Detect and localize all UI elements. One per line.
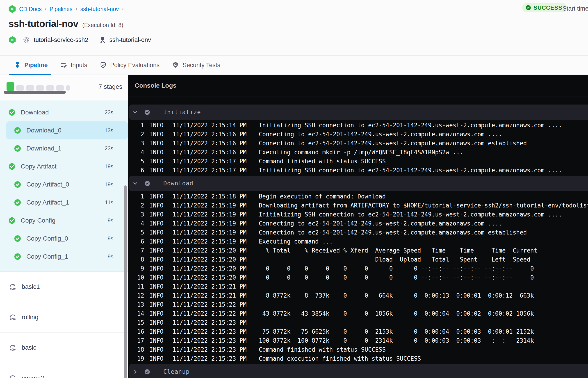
success-check-icon (525, 5, 531, 11)
log-text: Command finished with status SUCCESS (259, 158, 386, 165)
policy-shield-icon (99, 61, 107, 69)
sidebar-vertical-scrollbar[interactable] (124, 185, 127, 378)
stage-duration: 23s (105, 145, 113, 152)
log-text: .... (484, 220, 502, 227)
stage-row-download-0[interactable]: Download_013s (6, 122, 128, 139)
stage-row-copy-config-1[interactable]: Copy Config_19s (6, 248, 128, 266)
log-level: INFO (149, 131, 163, 138)
log-text: 8 8772k 8 737k 0 0 664k 0 0:00:13 0:00:0… (259, 292, 534, 299)
pipeline-item-canary2[interactable]: canary2 (0, 363, 128, 378)
stage-label: Download (21, 109, 49, 116)
log-level: INFO (149, 211, 163, 218)
chevron-down-icon[interactable] (132, 180, 138, 187)
stage-row-copy-artifact-0[interactable]: Copy Artifact_019s (6, 176, 128, 193)
stage-duration: 9s (108, 217, 113, 224)
minimap-horizontal-scrollbar[interactable] (4, 91, 66, 94)
stage-row-copy-config-0[interactable]: Copy Config_09s (6, 230, 128, 248)
tab-label: Inputs (71, 62, 87, 69)
log-timestamp: 11/11/2022 2:15:22 PM (173, 310, 247, 317)
log-host-link[interactable]: ec2-54-201-142-249.us-west-2.compute.ama… (368, 122, 545, 129)
stage-progress-segment[interactable] (26, 85, 34, 91)
log-line-number: 19 (128, 355, 144, 362)
pipeline-execution-screen: ∞ CD Docs › Pipelines › ssh-tutorial-nov… (0, 0, 588, 378)
log-line: 7INFO11/11/2022 2:15:20 PM % Total % Rec… (128, 246, 588, 255)
log-host-link[interactable]: ec2-54-201-142-249.us-west-2.compute.ama… (308, 229, 485, 236)
stage-success-check-icon (8, 163, 16, 170)
chevron-right-icon[interactable] (132, 368, 138, 375)
console-logs-panel: Console Logs Initialize1INFO11/11/2022 2… (128, 75, 588, 378)
log-line-number: 6 (128, 167, 144, 174)
log-line: 9INFO11/11/2022 2:15:20 PM 0 0 0 0 0 0 0… (128, 264, 588, 273)
rollback-strategy-icon (8, 282, 17, 291)
service-name[interactable]: tutorial-service-ssh2 (34, 37, 88, 43)
stage-progress-segment[interactable] (66, 85, 70, 91)
tab-security-tests[interactable]: Security Tests (172, 56, 220, 75)
stage-progress-segment[interactable] (16, 85, 24, 91)
page-title: ssh-tutorial-nov (9, 18, 78, 29)
stage-row-download-1[interactable]: Download_123s (6, 139, 128, 158)
log-section-header-download[interactable]: Download (129, 176, 588, 191)
stage-progress-segment-active[interactable] (7, 82, 14, 91)
tab-inputs[interactable]: Inputs (60, 56, 87, 75)
log-line-number: 14 (128, 310, 144, 317)
pipeline-item-basic[interactable]: basic (0, 333, 128, 363)
stage-row-copy-artifact-1[interactable]: Copy Artifact_111s (6, 193, 128, 212)
breadcrumb-link-project[interactable]: CD Docs (19, 6, 42, 12)
log-host-link[interactable]: ec2-54-201-142-249.us-west-2.compute.ama… (368, 211, 545, 218)
stage-label: Copy Config_1 (26, 253, 68, 260)
log-line-number: 2 (128, 202, 144, 209)
log-line-number: 8 (128, 256, 144, 263)
log-host-link[interactable]: ec2-54-201-142-249.us-west-2.compute.ama… (308, 220, 485, 227)
tab-policy-evaluations[interactable]: Policy Evaluations (99, 56, 160, 75)
stage-label: Copy Artifact (21, 163, 56, 170)
stage-row-copy-artifact[interactable]: Copy Artifact19s (6, 158, 128, 176)
stage-duration: 9s (108, 253, 113, 260)
log-message: 43 8772k 43 3854k 0 0 1856k 0 0:00:04 0:… (259, 310, 534, 317)
svg-text:∞: ∞ (11, 38, 14, 42)
log-timestamp: 11/11/2022 2:15:23 PM (173, 319, 247, 326)
log-message: Initializing SSH connection to ec2-54-20… (259, 167, 562, 174)
tab-label: Pipeline (24, 62, 48, 69)
log-message: 0 0 0 0 0 0 0 0 --:--:-- --:--:-- --:--:… (259, 274, 534, 281)
log-host-link[interactable]: ec2-54-201-142-249.us-west-2.compute.ama… (368, 167, 545, 174)
stage-label: Download_1 (26, 145, 62, 152)
log-section-header-cleanup[interactable]: Cleanup (129, 364, 588, 378)
log-line-number: 10 (128, 274, 144, 281)
log-message: 75 8772k 75 6625k 0 0 2153k 0 0:00:04 0:… (259, 328, 534, 335)
log-level: INFO (149, 265, 163, 272)
log-line-number: 4 (128, 220, 144, 227)
log-host-link[interactable]: ec2-54-201-142-249.us-west-2.compute.ama… (308, 140, 485, 147)
pipeline-item-rolling[interactable]: rolling (0, 302, 128, 333)
log-timestamp: 11/11/2022 2:15:19 PM (173, 202, 247, 209)
pipeline-item-basic1[interactable]: basic1 (0, 271, 128, 302)
log-level: INFO (149, 202, 163, 209)
stage-row-copy-config[interactable]: Copy Config9s (6, 212, 128, 230)
environment-name[interactable]: ssh-tutorial-env (109, 37, 151, 43)
breadcrumb-link-pipelines[interactable]: Pipelines (50, 6, 72, 12)
log-message: Initializing SSH connection to ec2-54-20… (259, 211, 562, 218)
log-level: INFO (149, 229, 163, 236)
section-success-check-icon (144, 180, 150, 187)
log-line: 6INFO11/11/2022 2:15:19 PMExecuting comm… (128, 237, 588, 246)
log-host-link[interactable]: ec2-54-201-142-249.us-west-2.compute.ama… (308, 131, 485, 138)
stage-progress-segment[interactable] (36, 85, 44, 91)
log-line-number: 3 (128, 211, 144, 218)
log-text: Initializing SSH connection to (259, 211, 368, 218)
breadcrumb-link-pipeline[interactable]: ssh-tutorial-nov (80, 6, 119, 12)
harness-logo-icon: ∞ (9, 36, 16, 44)
status-badge: SUCCESS (522, 3, 567, 12)
log-timestamp: 11/11/2022 2:15:16 PM (173, 149, 247, 156)
log-text: .... (545, 122, 562, 129)
log-timestamp: 11/11/2022 2:15:17 PM (173, 167, 247, 174)
tab-bar: Pipeline Inputs Policy Evaluations (0, 55, 588, 75)
stage-row-download[interactable]: Download23s (6, 103, 128, 122)
stage-progress-segment[interactable] (56, 85, 64, 91)
chevron-down-icon[interactable] (132, 109, 138, 115)
stage-count-label: 7 stages (98, 83, 122, 90)
stage-label: Copy Config (21, 217, 55, 224)
tab-pipeline[interactable]: Pipeline (13, 56, 48, 75)
stage-progress-segment[interactable] (46, 85, 54, 91)
log-message: Connecting to ec2-54-201-142-249.us-west… (259, 131, 502, 138)
log-line: 10INFO11/11/2022 2:15:20 PM 0 0 0 0 0 0 … (128, 273, 588, 282)
log-section-header-initialize[interactable]: Initialize (129, 105, 588, 120)
